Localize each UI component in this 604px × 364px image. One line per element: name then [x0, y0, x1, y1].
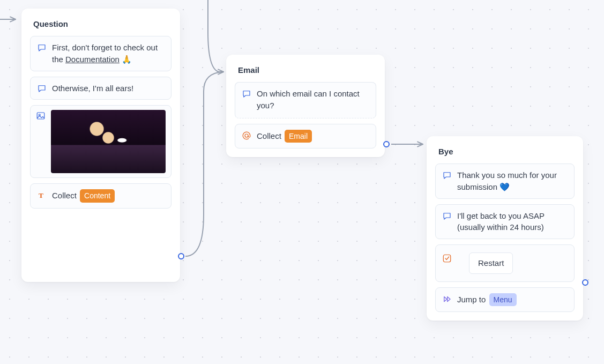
- variable-tag: Email: [285, 130, 312, 143]
- message-block[interactable]: Thank you so much for your submission 💙: [435, 164, 575, 199]
- svg-rect-0: [37, 113, 44, 119]
- node-email[interactable]: Email On which email can I contact you? …: [226, 55, 385, 157]
- output-port[interactable]: [383, 141, 390, 147]
- choice-option[interactable]: Restart: [469, 252, 513, 274]
- image-block[interactable]: [30, 105, 171, 178]
- node-title: Email: [238, 65, 373, 75]
- node-bye[interactable]: Bye Thank you so much for your submissio…: [427, 136, 583, 321]
- gif-preview: [51, 110, 166, 173]
- message-block[interactable]: Otherwise, I'm all ears!: [30, 77, 171, 100]
- output-port[interactable]: [178, 253, 184, 259]
- message-text: I'll get back to you ASAP (usually withi…: [457, 210, 568, 234]
- chat-icon: [37, 43, 47, 53]
- message-block[interactable]: First, don't forget to check out the Doc…: [30, 36, 171, 71]
- chat-icon: [242, 89, 251, 99]
- output-port[interactable]: [582, 279, 588, 286]
- chat-icon: [442, 170, 452, 180]
- message-text: On which email can I contact you?: [257, 88, 369, 112]
- message-text: First, don't forget to check out the Doc…: [52, 42, 165, 65]
- choice-block[interactable]: Restart: [435, 244, 575, 282]
- svg-text:T: T: [39, 191, 43, 199]
- jump-text: Jump to Menu: [457, 293, 568, 306]
- message-text: Thank you so much for your submission 💙: [457, 169, 568, 193]
- message-block[interactable]: On which email can I contact you?: [235, 82, 376, 118]
- svg-point-3: [245, 134, 248, 137]
- svg-rect-4: [443, 255, 451, 262]
- text-icon: T: [37, 190, 47, 200]
- image-icon: [36, 111, 46, 121]
- node-title: Question: [33, 19, 168, 28]
- variable-tag: Content: [80, 189, 115, 202]
- at-icon: [242, 131, 251, 140]
- jump-target-tag: Menu: [489, 293, 517, 306]
- node-title: Bye: [438, 147, 571, 156]
- collect-text: Collect Content: [52, 189, 165, 202]
- collect-text: Collect Email: [257, 130, 369, 143]
- fast-forward-icon: [442, 294, 452, 304]
- collect-block[interactable]: Collect Email: [235, 124, 376, 148]
- message-text: Otherwise, I'm all ears!: [52, 83, 165, 94]
- collect-block[interactable]: T Collect Content: [30, 183, 171, 208]
- jump-block[interactable]: Jump to Menu: [435, 287, 575, 312]
- node-question[interactable]: Question First, don't forget to check ou…: [21, 9, 180, 282]
- chat-icon: [37, 84, 47, 93]
- chat-icon: [442, 211, 452, 221]
- doc-link[interactable]: Documentation: [65, 55, 120, 64]
- choice-icon: [442, 254, 452, 263]
- message-block[interactable]: I'll get back to you ASAP (usually withi…: [435, 204, 575, 240]
